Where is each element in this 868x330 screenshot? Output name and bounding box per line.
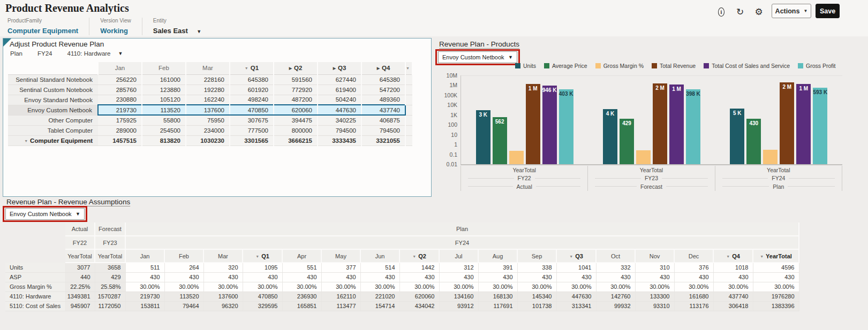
expand-icon[interactable]: ▶ bbox=[377, 66, 380, 70]
assumption-cell[interactable]: 430 bbox=[439, 272, 478, 282]
assumption-cell[interactable]: 376 bbox=[674, 263, 713, 272]
expand-collapse-icon[interactable]: ▼ bbox=[726, 255, 730, 258]
column-header-q1[interactable]: ▼Q1 bbox=[230, 62, 274, 74]
grid-cell[interactable]: 1030230 bbox=[186, 135, 230, 145]
grid-cell[interactable]: 794500 bbox=[318, 125, 361, 135]
grid-cell[interactable]: 394475 bbox=[274, 115, 318, 125]
grid-cell[interactable]: 307675 bbox=[230, 115, 274, 125]
grid-cell[interactable]: 123880 bbox=[142, 85, 186, 95]
assumption-cell[interactable]: 312 bbox=[439, 263, 478, 272]
expand-icon[interactable]: ▶ bbox=[289, 66, 292, 70]
assumption-cell[interactable]: 320 bbox=[203, 263, 243, 272]
assumption-cell[interactable]: 430 bbox=[203, 272, 243, 282]
row-header-gross-margin[interactable]: Gross Margin % bbox=[5, 282, 65, 291]
assumption-cell[interactable]: 430 bbox=[635, 272, 674, 282]
assumption-cell[interactable]: 30.00% bbox=[635, 282, 674, 291]
context-account[interactable]: 4110: Hardware bbox=[67, 50, 111, 57]
legend-item-gross-profit[interactable]: Gross Profit bbox=[798, 63, 835, 69]
legend-item-units[interactable]: Units bbox=[515, 63, 536, 69]
grid-cell[interactable]: 627440 bbox=[318, 74, 361, 85]
grid-cell[interactable]: 772920 bbox=[274, 85, 318, 95]
assumption-cell[interactable]: 30.00% bbox=[164, 282, 203, 291]
grid-cell[interactable]: 487200 bbox=[274, 95, 318, 105]
assumption-cell[interactable]: 30.00% bbox=[596, 282, 635, 291]
grid-cell[interactable]: 113520 bbox=[142, 105, 186, 115]
assumption-cell[interactable]: 430 bbox=[360, 272, 399, 282]
grid-cell[interactable]: 645380 bbox=[361, 74, 405, 85]
grid-cell[interactable]: 161000 bbox=[142, 74, 186, 85]
pov-field-entity[interactable]: Entity Sales East ▼ bbox=[153, 18, 212, 35]
legend-item-average-price[interactable]: Average Price bbox=[544, 63, 587, 69]
grid-cell[interactable]: 1457515 bbox=[98, 135, 142, 145]
assumption-cell[interactable]: 30.00% bbox=[439, 282, 478, 291]
assumption-cell[interactable]: 310 bbox=[635, 263, 674, 272]
assumption-cell[interactable]: 30.00% bbox=[125, 282, 164, 291]
row-header-other-computer[interactable]: Other Computer bbox=[8, 115, 98, 125]
assumption-cell[interactable]: 1095 bbox=[243, 263, 282, 272]
assumption-cell[interactable]: 4596 bbox=[753, 263, 799, 272]
column-header-q1[interactable]: ▼Q1 bbox=[243, 249, 282, 263]
assumption-cell[interactable]: 514 bbox=[360, 263, 399, 272]
legend-item-total-revenue[interactable]: Total Revenue bbox=[652, 63, 696, 69]
assumption-cell[interactable]: 1018 bbox=[713, 263, 753, 272]
grid-cell[interactable]: 219730 bbox=[98, 105, 142, 115]
assumption-cell[interactable]: 430 bbox=[243, 272, 282, 282]
assumption-cell[interactable]: 430 bbox=[596, 272, 635, 282]
assumption-cell[interactable]: 30.00% bbox=[321, 282, 360, 291]
assumption-cell[interactable]: 430 bbox=[556, 272, 596, 282]
assumption-cell[interactable]: 30.00% bbox=[399, 282, 439, 291]
assumption-cell[interactable]: 430 bbox=[478, 272, 517, 282]
assumption-cell[interactable]: 430 bbox=[674, 272, 713, 282]
grid-cell[interactable]: 137600 bbox=[186, 105, 230, 115]
assumption-cell[interactable]: 430 bbox=[164, 272, 203, 282]
assumption-cell[interactable]: 391 bbox=[478, 263, 517, 272]
legend-item-total-cost-of-sales-and-service[interactable]: Total Cost of Sales and Service bbox=[704, 63, 790, 69]
assumption-cell[interactable]: 430 bbox=[753, 272, 799, 282]
grid-cell[interactable]: 3321055 bbox=[361, 135, 405, 145]
grid-cell[interactable]: 447630 bbox=[318, 105, 361, 115]
grid-cell[interactable]: 340225 bbox=[318, 115, 361, 125]
grid-cell[interactable]: 777500 bbox=[230, 125, 274, 135]
assumption-cell[interactable]: 511 bbox=[125, 263, 164, 272]
grid-cell[interactable]: 254500 bbox=[142, 125, 186, 135]
grid-cell[interactable]: 619400 bbox=[318, 85, 361, 95]
assumption-cell[interactable]: 30.00% bbox=[753, 282, 799, 291]
grid-cell[interactable]: 800000 bbox=[274, 125, 318, 135]
grid-cell[interactable]: 230880 bbox=[98, 95, 142, 105]
assumption-cell[interactable]: 30.00% bbox=[360, 282, 399, 291]
assumption-cell[interactable]: 377 bbox=[321, 263, 360, 272]
grid-cell[interactable]: 234000 bbox=[186, 125, 230, 135]
column-header-q4[interactable]: ▶Q4 bbox=[361, 62, 405, 74]
pov-field-productfamily[interactable]: ProductFamily Computer Equipment bbox=[7, 18, 89, 35]
grid-cell[interactable]: 105120 bbox=[142, 95, 186, 105]
pov-value-entity[interactable]: Sales East bbox=[153, 27, 188, 35]
legend-item-gross-margin[interactable]: Gross Margin % bbox=[595, 63, 644, 69]
assumption-cell[interactable]: 30.00% bbox=[713, 282, 753, 291]
column-header-q2[interactable]: ▶Q2 bbox=[274, 62, 318, 74]
expand-collapse-icon[interactable]: ▼ bbox=[255, 255, 259, 258]
grid-cell[interactable]: 285760 bbox=[98, 85, 142, 95]
assumption-cell[interactable]: 30.00% bbox=[517, 282, 556, 291]
grid-cell[interactable]: 601920 bbox=[230, 85, 274, 95]
assumption-cell[interactable]: 30.00% bbox=[243, 282, 282, 291]
save-button[interactable]: Save bbox=[816, 4, 840, 18]
column-header-q3[interactable]: ▶Q3 bbox=[318, 62, 361, 74]
row-header-4110-hardware[interactable]: 4110: Hardware bbox=[5, 291, 65, 301]
assumption-cell[interactable]: 338 bbox=[517, 263, 556, 272]
actions-button[interactable]: Actions ▼ bbox=[772, 4, 811, 18]
row-header-envoy-standard-netbook[interactable]: Envoy Standard Netbook bbox=[8, 95, 98, 105]
row-header-sentinal-custom-notebook[interactable]: Sentinal Custom Notebook bbox=[8, 85, 98, 95]
column-header-yeartotal[interactable]: ▼YearTotal bbox=[753, 249, 799, 263]
expand-collapse-icon[interactable]: ▼ bbox=[406, 66, 410, 70]
assumption-cell[interactable]: 30.00% bbox=[203, 282, 243, 291]
grid-cell[interactable]: 645380 bbox=[230, 74, 274, 85]
info-icon[interactable]: i bbox=[715, 5, 728, 18]
grid-cell[interactable]: 55800 bbox=[142, 115, 186, 125]
row-header-5110-cost-of-sales[interactable]: 5110: Cost of Sales bbox=[5, 301, 65, 311]
assumption-cell[interactable]: 332 bbox=[596, 263, 635, 272]
column-header-yeartotal[interactable]: ▼ bbox=[405, 62, 412, 74]
assumption-cell[interactable]: 30.00% bbox=[674, 282, 713, 291]
column-header-q4[interactable]: ▼Q4 bbox=[713, 249, 753, 263]
expand-collapse-icon[interactable]: ▼ bbox=[24, 139, 28, 143]
grid-cell[interactable]: 3301565 bbox=[230, 135, 274, 145]
